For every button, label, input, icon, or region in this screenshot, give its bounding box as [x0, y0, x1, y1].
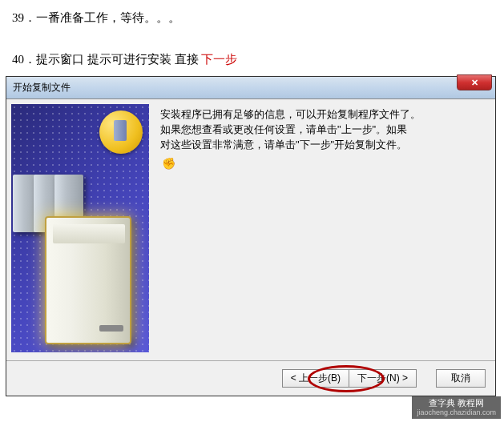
instruction-40-prefix: 40．提示窗口 提示可进行安装 直接 [12, 53, 201, 66]
medallion-server-icon [114, 120, 127, 141]
close-button[interactable]: ✕ [457, 74, 492, 90]
instruction-40: 40．提示窗口 提示可进行安装 直接 下一步 [0, 46, 504, 73]
dialog-button-bar: < 上一步(B) 下一步(N) > 取消 [6, 360, 495, 396]
watermark-sub: jiaocheng.chazidian.com [417, 408, 496, 417]
next-button[interactable]: 下一步(N) > [349, 369, 417, 388]
medallion-icon [99, 111, 143, 154]
cancel-button[interactable]: 取消 [436, 369, 486, 388]
instruction-39-text: 39．一番准备工作，等待。。。 [12, 11, 180, 24]
hand-cursor-icon: ✊ [162, 155, 175, 171]
instruction-39: 39．一番准备工作，等待。。。 [0, 4, 504, 31]
body-line-2: 如果您想查看或更改任何设置，请单击"上一步"。如果 [160, 123, 486, 138]
body-line-3: 对这些设置非常满意，请单击"下一步"开始复制文件。 [160, 138, 486, 153]
close-icon: ✕ [471, 78, 478, 88]
wizard-sidebar-image [11, 104, 149, 352]
dialog-titlebar: 开始复制文件 ✕ [6, 77, 495, 99]
server-icon-large [45, 216, 131, 344]
dialog-title: 开始复制文件 [13, 81, 71, 94]
watermark-main: 查字典 教程网 [417, 398, 496, 408]
back-button[interactable]: < 上一步(B) [282, 369, 349, 388]
wizard-body-text: 安装程序已拥有足够的信息，可以开始复制程序文件了。 如果您想查看或更改任何设置，… [155, 104, 490, 356]
installer-dialog: 开始复制文件 ✕ 安装程序已拥有足够的信息，可以开始复制程序文件了。 如果您想查… [6, 76, 496, 396]
dialog-body: 安装程序已拥有足够的信息，可以开始复制程序文件了。 如果您想查看或更改任何设置，… [6, 99, 495, 360]
instruction-40-highlight: 下一步 [201, 53, 237, 66]
body-line-1: 安装程序已拥有足够的信息，可以开始复制程序文件了。 [160, 107, 486, 123]
watermark: 查字典 教程网 jiaocheng.chazidian.com [412, 396, 501, 419]
